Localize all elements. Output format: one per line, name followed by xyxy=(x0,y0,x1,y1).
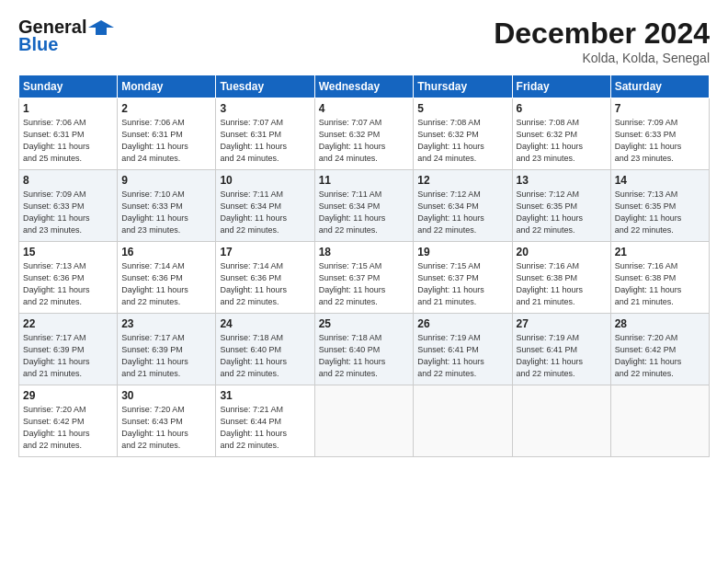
empty-cell xyxy=(610,385,709,457)
header-saturday: Saturday xyxy=(610,75,709,98)
header-sunday: Sunday xyxy=(19,75,118,98)
day-21: 21Sunrise: 7:16 AMSunset: 6:38 PMDayligh… xyxy=(610,242,709,314)
day-22: 22Sunrise: 7:17 AMSunset: 6:39 PMDayligh… xyxy=(19,314,118,385)
day-11: 11Sunrise: 7:11 AMSunset: 6:34 PMDayligh… xyxy=(314,170,414,242)
svg-marker-0 xyxy=(88,20,114,35)
title-block: December 2024 Kolda, Kolda, Senegal xyxy=(494,17,710,65)
logo-blue: Blue xyxy=(18,34,58,55)
day-3: 3Sunrise: 7:07 AMSunset: 6:31 PMDaylight… xyxy=(216,98,314,170)
day-13: 13Sunrise: 7:12 AMSunset: 6:35 PMDayligh… xyxy=(512,170,610,242)
day-12: 12Sunrise: 7:12 AMSunset: 6:34 PMDayligh… xyxy=(414,170,512,242)
day-27: 27Sunrise: 7:19 AMSunset: 6:41 PMDayligh… xyxy=(512,314,610,385)
day-18: 18Sunrise: 7:15 AMSunset: 6:37 PMDayligh… xyxy=(314,242,414,314)
day-25: 25Sunrise: 7:18 AMSunset: 6:40 PMDayligh… xyxy=(314,314,414,385)
page: General Blue December 2024 Kolda, Kolda,… xyxy=(0,0,728,563)
calendar: Sunday Monday Tuesday Wednesday Thursday… xyxy=(18,75,710,457)
header-tuesday: Tuesday xyxy=(216,75,314,98)
day-9: 9Sunrise: 7:10 AMSunset: 6:33 PMDaylight… xyxy=(118,170,216,242)
calendar-header-row: Sunday Monday Tuesday Wednesday Thursday… xyxy=(19,75,710,98)
day-7: 7Sunrise: 7:09 AMSunset: 6:33 PMDaylight… xyxy=(610,98,709,170)
location: Kolda, Kolda, Senegal xyxy=(494,51,710,65)
day-17: 17Sunrise: 7:14 AMSunset: 6:36 PMDayligh… xyxy=(216,242,314,314)
day-8: 8Sunrise: 7:09 AMSunset: 6:33 PMDaylight… xyxy=(19,170,118,242)
day-30: 30Sunrise: 7:20 AMSunset: 6:43 PMDayligh… xyxy=(118,385,216,457)
header-monday: Monday xyxy=(118,75,216,98)
day-20: 20Sunrise: 7:16 AMSunset: 6:38 PMDayligh… xyxy=(512,242,610,314)
header: General Blue December 2024 Kolda, Kolda,… xyxy=(18,17,710,65)
day-14: 14Sunrise: 7:13 AMSunset: 6:35 PMDayligh… xyxy=(610,170,709,242)
day-5: 5Sunrise: 7:08 AMSunset: 6:32 PMDaylight… xyxy=(414,98,512,170)
logo: General Blue xyxy=(18,17,114,55)
day-15: 15Sunrise: 7:13 AMSunset: 6:36 PMDayligh… xyxy=(19,242,118,314)
empty-cell xyxy=(414,385,512,457)
day-23: 23Sunrise: 7:17 AMSunset: 6:39 PMDayligh… xyxy=(118,314,216,385)
day-28: 28Sunrise: 7:20 AMSunset: 6:42 PMDayligh… xyxy=(610,314,709,385)
day-2: 2Sunrise: 7:06 AMSunset: 6:31 PMDaylight… xyxy=(118,98,216,170)
day-29: 29Sunrise: 7:20 AMSunset: 6:42 PMDayligh… xyxy=(19,385,118,457)
logo-bird-icon xyxy=(88,18,114,37)
header-wednesday: Wednesday xyxy=(314,75,414,98)
day-31: 31Sunrise: 7:21 AMSunset: 6:44 PMDayligh… xyxy=(216,385,314,457)
empty-cell xyxy=(512,385,610,457)
empty-cell xyxy=(314,385,414,457)
day-1: 1Sunrise: 7:06 AMSunset: 6:31 PMDaylight… xyxy=(19,98,118,170)
day-4: 4Sunrise: 7:07 AMSunset: 6:32 PMDaylight… xyxy=(314,98,414,170)
day-16: 16Sunrise: 7:14 AMSunset: 6:36 PMDayligh… xyxy=(118,242,216,314)
month-title: December 2024 xyxy=(494,17,710,51)
day-6: 6Sunrise: 7:08 AMSunset: 6:32 PMDaylight… xyxy=(512,98,610,170)
header-friday: Friday xyxy=(512,75,610,98)
day-10: 10Sunrise: 7:11 AMSunset: 6:34 PMDayligh… xyxy=(216,170,314,242)
day-24: 24Sunrise: 7:18 AMSunset: 6:40 PMDayligh… xyxy=(216,314,314,385)
header-thursday: Thursday xyxy=(414,75,512,98)
day-19: 19Sunrise: 7:15 AMSunset: 6:37 PMDayligh… xyxy=(414,242,512,314)
day-26: 26Sunrise: 7:19 AMSunset: 6:41 PMDayligh… xyxy=(414,314,512,385)
